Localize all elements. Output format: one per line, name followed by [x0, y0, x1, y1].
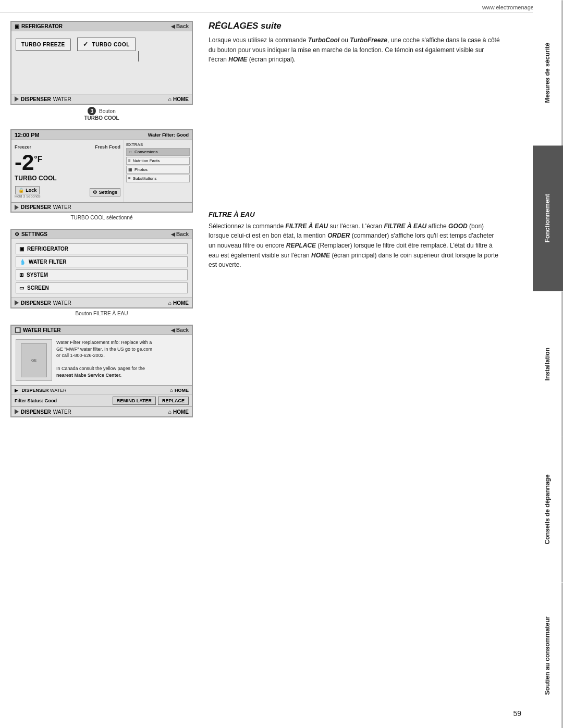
settings-item-screen[interactable]: ▭ Screen — [16, 282, 188, 293]
settings-icon: ⚙ — [93, 190, 97, 195]
filter-image-box: GE — [16, 339, 52, 381]
screen3-header-title: ⚙ Settings — [15, 231, 47, 237]
water-filter-header-icon: 🔲 — [15, 327, 21, 333]
settings-button[interactable]: ⚙ Settings — [90, 188, 120, 196]
water-label5: Water — [53, 409, 71, 415]
screen2-footer-left: Dispenser Water — [15, 204, 71, 210]
sidebar-tab-soutien[interactable]: Soutien au consommateur — [533, 583, 563, 728]
screen4-mockup: 🔲 Water Filter ◀ Back GE Water Filter R — [10, 325, 193, 417]
photos-icon: ▦ — [128, 167, 132, 172]
home-icon5: ⌂ — [168, 409, 172, 415]
main-content: ▣Refrigerator ◀ Back Turbo Freeze ✓ Turb… — [0, 16, 533, 728]
reglages-title: RÉGLAGES suite — [209, 21, 500, 31]
screen1-mockup: ▣Refrigerator ◀ Back Turbo Freeze ✓ Turb… — [10, 21, 193, 105]
dispenser-icon4: ▶ — [15, 388, 18, 393]
screen3-footer: Dispenser Water ⌂ Home — [11, 298, 192, 307]
checkmark-icon: ✓ — [83, 41, 89, 48]
screen3-mockup: ⚙ Settings ◀ Back ▣ Refrigerator 💧 Water… — [10, 229, 193, 309]
right-sidebar: Mesures de sécurité Fonctionnement Insta… — [533, 0, 563, 728]
turbo-cool-button[interactable]: ✓ Turbo Cool — [77, 38, 136, 51]
page-number: 59 — [513, 709, 521, 718]
screen3-back-btn[interactable]: ◀ Back — [171, 231, 189, 237]
screen3-footer-left: Dispenser Water — [15, 300, 71, 306]
screen1-header: ▣Refrigerator ◀ Back — [11, 22, 192, 31]
website-bar: www.electromenagersge.ca — [0, 0, 563, 13]
dispenser-icon2 — [15, 205, 19, 210]
sidebar-tab-securite[interactable]: Mesures de sécurité — [533, 0, 563, 145]
screen2-header: 12:00 PM Water Filter: Good — [11, 130, 192, 140]
extras-item-conversions[interactable]: ↔ Conversions — [126, 148, 190, 156]
fresh-food-label: Fresh Food — [95, 144, 120, 150]
extras-item-nutrition[interactable]: ≡ Nutrition Facts — [126, 157, 190, 165]
screen3-wrapper: ⚙ Settings ◀ Back ▣ Refrigerator 💧 Water… — [10, 229, 193, 316]
screen1-back-btn[interactable]: ◀ Back — [171, 23, 189, 29]
left-column: ▣Refrigerator ◀ Back Turbo Freeze ✓ Turb… — [0, 16, 203, 728]
screen2-left-panel: Freezer Fresh Food -2°F Turbo Cool — [11, 140, 124, 202]
nutrition-icon: ≡ — [128, 158, 131, 163]
dispenser-label3: Dispenser — [21, 300, 51, 306]
screen1-footer-left: Dispenser Water — [15, 96, 71, 102]
screen2-mockup: 12:00 PM Water Filter: Good Freezer Fres… — [10, 129, 193, 213]
screen3-footer-right: ⌂ Home — [168, 300, 189, 306]
replace-button[interactable]: Replace — [158, 397, 189, 405]
settings-item-system[interactable]: ⊞ System — [16, 269, 188, 280]
home-icon: ⌂ — [168, 96, 172, 102]
temp-display-row: -2°F — [15, 152, 120, 174]
settings-item-water-filter[interactable]: 💧 Water Filter — [16, 256, 188, 267]
turbo-freeze-button[interactable]: Turbo Freeze — [16, 39, 71, 51]
temperature-display: -2°F — [15, 152, 43, 174]
reglages-section: RÉGLAGES suite Lorsque vous utilisez la … — [209, 21, 500, 65]
water-label4: Water — [50, 388, 67, 393]
caption-number: 3 — [88, 107, 96, 115]
filter-image-text: GE — [31, 359, 36, 362]
screen4-back-btn[interactable]: ◀ Back — [171, 327, 189, 333]
screen1-body: Turbo Freeze ✓ Turbo Cool — [11, 31, 192, 94]
screen-icon: ▭ — [19, 285, 24, 291]
screen2-body: Freezer Fresh Food -2°F Turbo Cool — [11, 140, 192, 202]
extras-label: Extras — [126, 142, 190, 147]
filtre-title: FILTRE À EAU — [209, 211, 500, 218]
dispenser-label5: Dispenser — [21, 409, 51, 415]
screen4-footer-status: ▶ Dispenser Water ⌂ Home — [11, 385, 192, 394]
filter-action-buttons: Remind Later Replace — [113, 397, 189, 405]
right-column: RÉGLAGES suite Lorsque vous utilisez la … — [203, 16, 511, 728]
screen4-nav-right: ⌂ Home — [168, 409, 189, 415]
remind-later-button[interactable]: Remind Later — [113, 397, 156, 405]
screen4-footer-nav: Dispenser Water ⌂ Home — [11, 406, 192, 416]
screen2-time: 12:00 PM — [15, 132, 40, 138]
screen3-body: ▣ Refrigerator 💧 Water Filter ⊞ System ▭… — [11, 239, 192, 298]
sidebar-tab-conseils[interactable]: Conseils de dépannage — [533, 437, 563, 582]
water-label3: Water — [53, 300, 71, 306]
screen4-header-title: 🔲 Water Filter — [15, 327, 60, 333]
extras-item-photos[interactable]: ▦ Photos — [126, 166, 190, 174]
screen1-caption: 3 Bouton TURBO COOL — [10, 107, 193, 121]
screen3-caption: Bouton FILTRE À EAU — [10, 311, 193, 316]
dispenser-icon5 — [15, 409, 19, 414]
filtre-body: Sélectionnez la commande FILTRE À EAU su… — [209, 221, 500, 270]
dispenser-icon — [15, 96, 19, 102]
screen4-nav-left: Dispenser Water — [15, 409, 71, 415]
freezer-label: Freezer — [15, 144, 31, 150]
screen4-header: 🔲 Water Filter ◀ Back — [11, 326, 192, 335]
system-icon: ⊞ — [19, 272, 23, 278]
screen4-body: GE Water Filter Replacement Info: Replac… — [11, 335, 192, 385]
screen4-status-bar: Filter Status: Good Remind Later Replace — [11, 394, 192, 406]
turbo-cool-active-label: Turbo Cool — [15, 175, 120, 182]
dispenser-label2: Dispenser — [21, 204, 51, 210]
screen1-wrapper: ▣Refrigerator ◀ Back Turbo Freeze ✓ Turb… — [10, 21, 193, 121]
hold-text: Hold 3 Seconds — [15, 194, 40, 198]
filter-status-text: Filter Status: Good — [15, 398, 57, 403]
home-icon3: ⌂ — [168, 300, 172, 306]
screen2-filter-status: Water Filter: Good — [148, 132, 189, 138]
settings-item-refrigerator[interactable]: ▣ Refrigerator — [16, 243, 188, 254]
screen2-right-panel: Extras ↔ Conversions ≡ Nutrition Facts ▦… — [124, 140, 192, 202]
screen2-wrapper: 12:00 PM Water Filter: Good Freezer Fres… — [10, 129, 193, 220]
sidebar-tab-installation[interactable]: Installation — [533, 291, 563, 437]
water-label: Water — [53, 96, 71, 102]
filtre-section: FILTRE À EAU Sélectionnez la commande FI… — [209, 211, 500, 270]
extras-item-substitutions[interactable]: ≡ Substitutions — [126, 175, 190, 182]
screen2-bottom-row: 🔒 Lock Hold 3 Seconds ⚙ Settings — [15, 186, 120, 198]
reglages-body: Lorsque vous utilisez la commande TurboC… — [209, 35, 500, 65]
sidebar-tab-fonctionnement[interactable]: Fonctionnement — [533, 145, 563, 291]
lock-button[interactable]: 🔒 Lock Hold 3 Seconds — [15, 186, 40, 198]
